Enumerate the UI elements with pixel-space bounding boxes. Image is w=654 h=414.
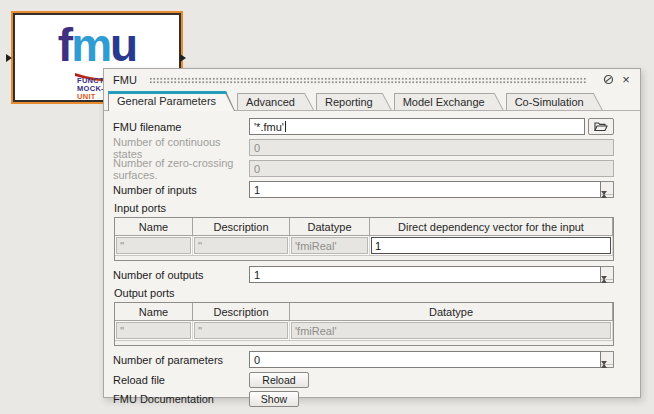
fmu-filename-input[interactable]: '*.fmu' (249, 118, 585, 135)
dialog-titlebar[interactable]: FMU × (104, 69, 640, 90)
reload-file-label: Reload file (113, 374, 249, 386)
folder-open-icon (594, 121, 608, 132)
table-cell-name: '' (115, 236, 193, 255)
fmu-dialog: FMU × General Parameters Advanced Report… (103, 68, 641, 398)
spinner-down-icon[interactable] (601, 365, 613, 377)
tab-co-simulation[interactable]: Co-Simulation (506, 93, 603, 110)
input-ports-table: Name Description Datatype Direct depende… (114, 217, 614, 261)
num-inputs-stepper[interactable] (601, 181, 614, 198)
tab-bar: General Parameters Advanced Reporting Mo… (104, 90, 640, 111)
column-header: Datatype (290, 218, 370, 236)
num-parameters-label: Number of parameters (113, 354, 249, 366)
num-parameters-stepper[interactable] (601, 351, 614, 368)
continuous-states-value: 0 (249, 139, 614, 156)
num-parameters-input[interactable]: 0 (249, 351, 601, 368)
spinner-down-icon[interactable] (601, 195, 613, 207)
table-footer-strip (115, 340, 613, 345)
output-ports-table: Name Description Datatype '' '' 'fmiReal… (114, 302, 614, 346)
reload-button[interactable]: Reload (249, 372, 309, 388)
zero-crossing-value: 0 (249, 160, 614, 177)
num-inputs-label: Number of inputs (113, 184, 249, 196)
table-cell-dependency[interactable]: 1 (370, 236, 613, 255)
text-caret (285, 121, 286, 132)
table-cell-datatype: 'fmiReal' (290, 321, 613, 340)
logo-letter-f: f (58, 19, 71, 71)
show-documentation-button[interactable]: Show (249, 391, 299, 407)
fmu-logo: fmu (58, 23, 136, 67)
table-cell-datatype: 'fmiReal' (290, 236, 370, 255)
column-header: Name (115, 303, 193, 321)
pin-icon[interactable] (601, 73, 615, 87)
column-header: Datatype (290, 303, 613, 321)
table-cell-description: '' (193, 321, 290, 340)
logo-letter-m: m (71, 19, 110, 71)
spinner-down-icon[interactable] (601, 280, 613, 292)
output-ports-section-label: Output ports (114, 287, 627, 300)
column-header: Description (193, 218, 290, 236)
column-header: Name (115, 218, 193, 236)
num-outputs-label: Number of outputs (113, 269, 249, 281)
table-cell-name: '' (115, 321, 193, 340)
tab-general-parameters[interactable]: General Parameters (108, 91, 235, 111)
tab-advanced[interactable]: Advanced (237, 93, 314, 110)
table-cell-description: '' (193, 236, 290, 255)
tab-model-exchange[interactable]: Model Exchange (394, 93, 504, 110)
input-ports-section-label: Input ports (114, 202, 627, 215)
num-inputs-input[interactable]: 1 (249, 181, 601, 198)
num-outputs-stepper[interactable] (601, 266, 614, 283)
fmu-documentation-label: FMU Documentation (113, 393, 249, 405)
tab-reporting[interactable]: Reporting (316, 93, 392, 110)
close-icon[interactable]: × (619, 73, 633, 87)
fmu-filename-label: FMU filename (113, 121, 249, 133)
logo-letter-u: u (110, 19, 136, 71)
input-port-icon (6, 54, 12, 62)
table-footer-strip (115, 255, 613, 260)
zero-crossing-label: Number of zero-crossing surfaces. (113, 157, 249, 181)
column-header: Description (193, 303, 290, 321)
output-port-icon (180, 54, 186, 62)
dialog-title: FMU (113, 74, 137, 86)
column-header: Direct dependency vector for the input (370, 218, 613, 236)
titlebar-grip[interactable] (149, 77, 587, 84)
browse-file-button[interactable] (588, 118, 614, 135)
num-outputs-input[interactable]: 1 (249, 266, 601, 283)
tab-panel-general-parameters: FMU filename '*.fmu' Number of continuou… (104, 111, 640, 414)
